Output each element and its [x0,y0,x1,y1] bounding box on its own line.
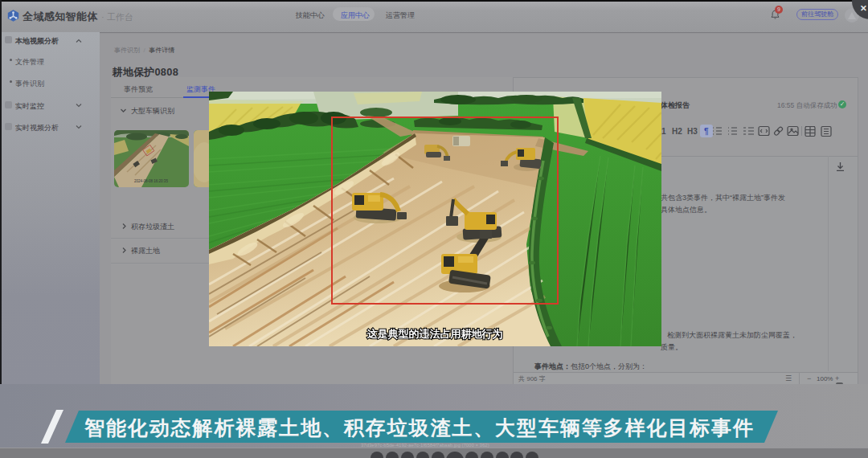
svg-text:智能化动态解析裸露土地、积存垃圾渣土、大型车辆等多样化目标事: 智能化动态解析裸露土地、积存垃圾渣土、大型车辆等多样化目标事件 [84,416,755,439]
svg-text:这是典型的违法占用耕地行为: 这是典型的违法占用耕地行为 [367,328,503,340]
